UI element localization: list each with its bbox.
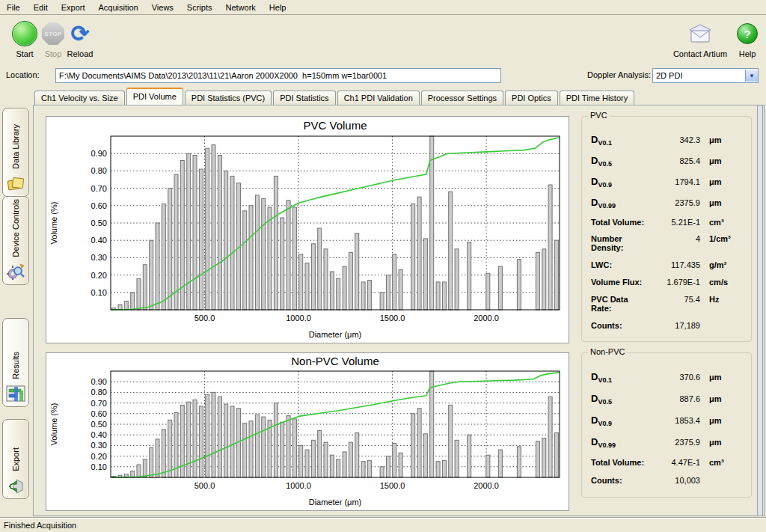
stat-unit: μm bbox=[700, 135, 744, 144]
contact-artium-button[interactable]: Contact Artium bbox=[670, 19, 730, 58]
help-label: Help bbox=[724, 49, 766, 58]
svg-text:0.20: 0.20 bbox=[91, 271, 107, 280]
location-row: Location: Doppler Analysis: 2D PDI ▼ bbox=[0, 66, 766, 85]
stat-value: 10,003 bbox=[651, 476, 700, 485]
folders-icon bbox=[6, 174, 25, 192]
stat-unit: 1/cm³ bbox=[700, 234, 744, 243]
svg-text:0.30: 0.30 bbox=[91, 253, 107, 262]
stat-unit: μm bbox=[700, 198, 744, 207]
pvc-stats-groupbox: PVC DV0.1342.3μmDV0.5825.4μmDV0.91794.1μ… bbox=[581, 116, 752, 342]
menu-item-help[interactable]: Help bbox=[263, 1, 293, 13]
toolbar: Start STOP Stop ⟳ Reload Contact Artium … bbox=[0, 15, 766, 64]
menu-item-file[interactable]: File bbox=[0, 1, 27, 13]
tab-ch1-pdi-validation[interactable]: Ch1 PDI Validation bbox=[337, 91, 420, 105]
menu-item-export[interactable]: Export bbox=[55, 1, 92, 13]
reload-icon: ⟳ bbox=[70, 22, 89, 45]
stat-unit: μm bbox=[700, 177, 744, 186]
stat-unit: g/m³ bbox=[700, 260, 744, 269]
stat-value: 825.4 bbox=[651, 156, 700, 165]
stat-row: PVC Data Rate:75.4Hz bbox=[591, 295, 744, 313]
stat-value: 1794.1 bbox=[651, 177, 700, 186]
stat-label: DV0.9 bbox=[591, 415, 651, 427]
pvc-stats-title: PVC bbox=[588, 111, 610, 120]
sidebar-item-label: Data Library bbox=[11, 124, 20, 169]
tab-pdi-volume[interactable]: PDI Volume bbox=[126, 88, 183, 105]
stat-label: DV0.1 bbox=[591, 371, 651, 384]
chevron-down-icon[interactable]: ▼ bbox=[745, 70, 758, 82]
reload-button[interactable]: ⟳ Reload bbox=[57, 19, 103, 58]
stat-value: 4 bbox=[651, 234, 700, 243]
menu-item-acquisition[interactable]: Acquisition bbox=[92, 1, 145, 13]
stat-row: LWC:117.435g/m³ bbox=[591, 260, 744, 269]
panel-splitter[interactable] bbox=[757, 106, 763, 516]
svg-text:PVC Volume: PVC Volume bbox=[303, 119, 367, 132]
stat-row: DV0.91794.1μm bbox=[591, 176, 744, 189]
doppler-analysis-label: Doppler Analysis: bbox=[587, 70, 651, 79]
tab-pdi-statistics[interactable]: PDI Statistics bbox=[273, 91, 335, 105]
sidebar-item-device-controls[interactable]: Device Controls bbox=[2, 196, 29, 285]
status-text: Finished Acquisition bbox=[4, 521, 76, 530]
status-bar: Finished Acquisition bbox=[0, 517, 766, 532]
stat-value: 887.6 bbox=[651, 394, 700, 403]
stat-label: Total Volume: bbox=[591, 218, 651, 227]
stat-value: 2375.9 bbox=[651, 198, 700, 207]
stat-unit: μm bbox=[700, 156, 744, 165]
menu-item-network[interactable]: Network bbox=[218, 1, 262, 13]
svg-text:1500.0: 1500.0 bbox=[380, 314, 405, 322]
tab-pdi-statistics-pvc-[interactable]: PDI Statistics (PVC) bbox=[185, 91, 272, 105]
svg-text:0.90: 0.90 bbox=[91, 149, 107, 158]
stat-label: DV0.5 bbox=[591, 393, 651, 406]
sidebar-item-label: Export bbox=[11, 447, 20, 471]
stat-label: Volume Flux: bbox=[591, 278, 651, 287]
stat-unit: μm bbox=[700, 394, 744, 403]
stat-value: 117.435 bbox=[651, 260, 700, 269]
svg-text:0.60: 0.60 bbox=[91, 201, 107, 210]
tab-pdi-time-history[interactable]: PDI Time History bbox=[560, 91, 635, 105]
stat-label: Total Volume: bbox=[591, 458, 651, 467]
stat-value: 342.3 bbox=[651, 135, 700, 144]
svg-text:1000.0: 1000.0 bbox=[286, 481, 311, 490]
tab-strip: Ch1 Velocity vs. SizePDI VolumePDI Stati… bbox=[34, 88, 765, 105]
stat-row: Counts:17,189 bbox=[591, 321, 744, 330]
stat-label: DV0.99 bbox=[591, 197, 651, 210]
stat-label: PVC Data Rate: bbox=[591, 295, 651, 313]
menu-item-scripts[interactable]: Scripts bbox=[180, 1, 219, 13]
help-button[interactable]: ? Help bbox=[724, 19, 766, 58]
stat-label: Counts: bbox=[591, 321, 651, 330]
stat-row: DV0.5825.4μm bbox=[591, 155, 744, 168]
menu-item-edit[interactable]: Edit bbox=[27, 1, 55, 13]
svg-text:0.70: 0.70 bbox=[91, 184, 107, 193]
stat-row: Counts:10,003 bbox=[591, 476, 744, 485]
tab-pdi-optics[interactable]: PDI Optics bbox=[505, 91, 558, 105]
stat-unit: cm/s bbox=[700, 278, 744, 287]
stat-value: 5.21E-1 bbox=[651, 218, 700, 227]
sidebar-item-data-library[interactable]: Data Library bbox=[2, 108, 29, 197]
sidebar-item-results[interactable]: Results bbox=[2, 318, 29, 407]
svg-text:Diameter (μm): Diameter (μm) bbox=[309, 330, 362, 339]
location-input[interactable] bbox=[55, 68, 501, 83]
svg-text:Volume (%): Volume (%) bbox=[49, 202, 58, 245]
tab-ch1-velocity-vs-size[interactable]: Ch1 Velocity vs. Size bbox=[34, 91, 125, 105]
gear-magnifier-icon bbox=[6, 263, 25, 281]
envelope-icon bbox=[687, 24, 714, 43]
stat-unit: μm bbox=[700, 416, 744, 425]
svg-text:Diameter (μm): Diameter (μm) bbox=[309, 498, 362, 507]
stat-row: Total Volume:4.47E-1cm³ bbox=[591, 458, 744, 467]
tab-processor-settings[interactable]: Processor Settings bbox=[421, 91, 503, 105]
pvc-volume-chart: PVC VolumeVolume (%)Diameter (μm)0.100.2… bbox=[46, 116, 569, 343]
stat-unit: cm³ bbox=[700, 218, 744, 227]
svg-text:0.70: 0.70 bbox=[91, 399, 107, 408]
svg-text:0.10: 0.10 bbox=[91, 462, 107, 471]
stat-row: Number Density:41/cm³ bbox=[591, 234, 744, 252]
stat-row: Total Volume:5.21E-1cm³ bbox=[591, 218, 744, 227]
stat-value: 17,189 bbox=[651, 321, 700, 330]
menu-item-views[interactable]: Views bbox=[145, 1, 180, 13]
svg-text:0.50: 0.50 bbox=[91, 218, 107, 227]
doppler-analysis-select[interactable]: 2D PDI ▼ bbox=[652, 68, 759, 83]
stat-row: DV0.91853.4μm bbox=[591, 415, 744, 427]
svg-text:1000.0: 1000.0 bbox=[286, 314, 311, 322]
sidebar-item-export[interactable]: Export bbox=[2, 419, 29, 499]
stat-row: DV0.992375.9μm bbox=[591, 197, 744, 210]
stat-label: Counts: bbox=[591, 476, 651, 485]
non-pvc-stats-title: Non-PVC bbox=[588, 347, 627, 356]
